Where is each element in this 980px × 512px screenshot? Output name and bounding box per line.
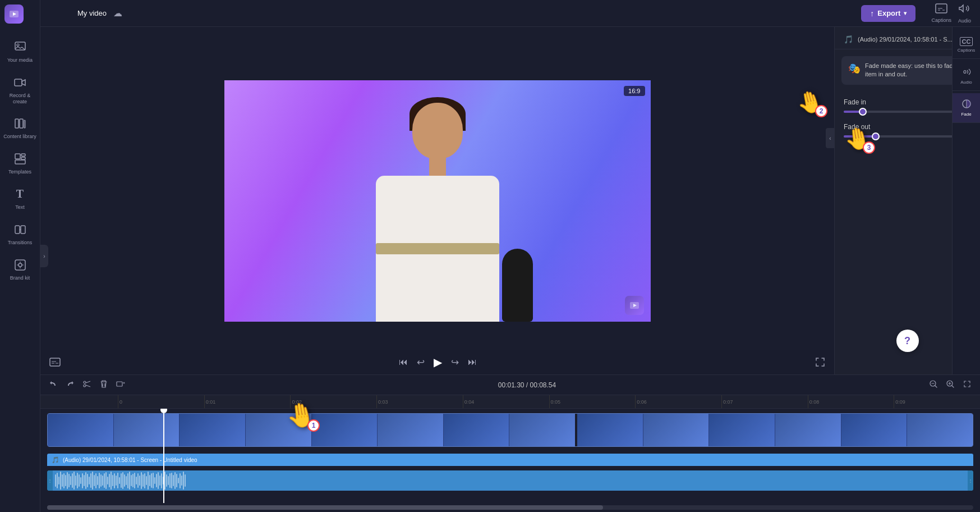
subtitle-toggle-btn[interactable] <box>47 355 63 369</box>
side-fade-btn[interactable]: Fade <box>953 93 980 123</box>
topbar: My video ☁ ↑ Export ▾ Captions <box>40 0 980 27</box>
fast-forward-btn[interactable]: ↪ <box>449 354 461 371</box>
right-panel-collapse-btn[interactable]: ‹ <box>826 128 835 148</box>
sidebar-item-record-create[interactable]: Record & create <box>0 69 40 111</box>
thumb-9 <box>577 414 643 446</box>
svg-point-3 <box>17 44 19 46</box>
sidebar-collapse-btn[interactable]: › <box>40 245 48 267</box>
thumb-11 <box>709 414 775 446</box>
timeline-scrollbar[interactable] <box>47 505 973 510</box>
sidebar-item-transitions[interactable]: Transitions <box>0 216 40 252</box>
svg-rect-7 <box>24 120 25 128</box>
thumb-1 <box>48 414 114 446</box>
thumb-12 <box>775 414 841 446</box>
record-icon <box>12 75 28 90</box>
side-captions-btn[interactable]: CC Captions <box>953 31 980 59</box>
app-logo <box>4 4 24 24</box>
skip-to-start-btn[interactable]: ⏮ <box>397 355 410 369</box>
video-controls-bar: ⏮ ↩ ▶ ↪ ⏭ <box>40 350 834 374</box>
svg-rect-12 <box>15 226 20 234</box>
svg-rect-13 <box>21 226 25 234</box>
audio-handle-right[interactable]: ⋮ <box>968 470 973 491</box>
timeline-scrollbar-thumb[interactable] <box>47 505 603 510</box>
main-content: 16:9 <box>40 27 980 512</box>
svg-rect-5 <box>15 119 19 128</box>
audio-track-label: (Audio) 29/01/2024, 10:58:01 - Screen - … <box>63 457 197 463</box>
svg-rect-14 <box>15 260 25 270</box>
playhead[interactable] <box>163 409 164 503</box>
svg-point-15 <box>19 263 22 267</box>
thumb-8 <box>509 414 575 446</box>
sidebar-item-content-library[interactable]: Content library <box>0 110 40 145</box>
thumb-13 <box>841 414 908 446</box>
svg-rect-19 <box>50 358 60 366</box>
thumb-6 <box>378 414 444 446</box>
video-frame[interactable]: 16:9 <box>224 80 651 322</box>
skip-to-end-btn[interactable]: ⏭ <box>466 355 479 369</box>
side-panel-icons: CC Captions Audio <box>952 27 980 374</box>
captions-icon <box>935 3 947 16</box>
fullscreen-btn[interactable] <box>813 355 827 369</box>
top-right-panel: Captions Audio <box>931 3 971 24</box>
audio-track-row: ⋮ <box>47 469 973 492</box>
video-title[interactable]: My video <box>77 9 107 17</box>
fade-out-label: Fade out <box>844 123 870 131</box>
sidebar-item-templates[interactable]: Templates <box>0 145 40 181</box>
audio-label-strip: 🎵 (Audio) 29/01/2024, 10:58:01 - Screen … <box>47 454 973 466</box>
thumb-2 <box>114 414 180 446</box>
export-button[interactable]: ↑ Export ▾ <box>861 5 915 22</box>
timeline: 00:01.30 / 00:08.54 <box>40 374 980 512</box>
panel-title: (Audio) 29/01/2024, 10:58:01 - S... <box>858 36 964 43</box>
cc-icon: CC <box>960 37 973 46</box>
thumb-7 <box>444 414 510 446</box>
zoom-out-btn[interactable] <box>927 378 940 392</box>
play-pause-btn[interactable]: ▶ <box>431 353 444 371</box>
svg-rect-8 <box>15 154 20 159</box>
right-panel: ‹ 🎵 (Audio) 29/01/2024, 10:58:01 - S... … <box>834 27 980 374</box>
sidebar-item-text[interactable]: T Text <box>0 181 40 216</box>
audio-panel-btn[interactable]: Audio <box>958 3 971 24</box>
brand-icon <box>12 257 28 273</box>
thumb-10 <box>643 414 710 446</box>
help-button[interactable]: ? <box>896 330 919 352</box>
delete-btn[interactable] <box>98 378 110 392</box>
timeline-expand-btn[interactable] <box>961 378 973 392</box>
rewind-btn[interactable]: ↩ <box>415 354 427 371</box>
tooltip-text: Fade made easy: use this to fade an item… <box>865 62 967 79</box>
audio-track[interactable]: ⋮ <box>47 470 973 491</box>
audio-music-icon: 🎵 <box>52 456 59 464</box>
side-audio-btn[interactable]: Audio <box>953 61 980 91</box>
cloud-save-icon: ☁ <box>113 8 122 19</box>
thumb-3 <box>180 414 246 446</box>
audio-handle-left[interactable]: ⋮ <box>47 470 53 491</box>
svg-rect-11 <box>15 160 25 164</box>
undo-btn[interactable] <box>47 378 59 392</box>
redo-btn[interactable] <box>64 378 76 392</box>
svg-point-22 <box>84 385 86 387</box>
fade-half-circle-icon <box>961 99 972 110</box>
video-track[interactable] <box>47 413 973 447</box>
media-icon <box>12 39 28 55</box>
transitions-icon <box>12 222 28 237</box>
timeline-timestamp: 00:01.30 / 00:08.54 <box>498 381 556 389</box>
add-to-timeline-btn[interactable] <box>114 378 127 392</box>
svg-rect-9 <box>21 154 25 156</box>
app-watermark <box>625 296 644 315</box>
thumb-5 <box>312 414 378 446</box>
video-area: 16:9 <box>40 27 980 374</box>
templates-icon <box>12 151 28 167</box>
thumb-14 <box>907 414 973 446</box>
tooltip-emoji: 🎭 <box>848 62 861 76</box>
cut-btn[interactable] <box>81 378 93 392</box>
ruler-marks: 0 0:01 0:02 0:03 0:04 0:05 0:06 0:07 0:0… <box>118 395 980 408</box>
svg-rect-23 <box>117 382 122 386</box>
timeline-ruler: 0 0:01 0:02 0:03 0:04 0:05 0:06 0:07 0:0… <box>40 395 980 409</box>
sidebar-item-brand-kit[interactable]: Brand kit <box>0 252 40 287</box>
timeline-toolbar: 00:01.30 / 00:08.54 <box>40 375 980 395</box>
zoom-in-btn[interactable] <box>944 378 956 392</box>
svg-rect-6 <box>20 119 23 128</box>
captions-btn[interactable]: Captions <box>931 3 951 23</box>
video-track-row <box>47 413 973 447</box>
fade-in-label: Fade in <box>844 98 866 106</box>
sidebar-item-your-media[interactable]: Your media <box>0 34 40 69</box>
